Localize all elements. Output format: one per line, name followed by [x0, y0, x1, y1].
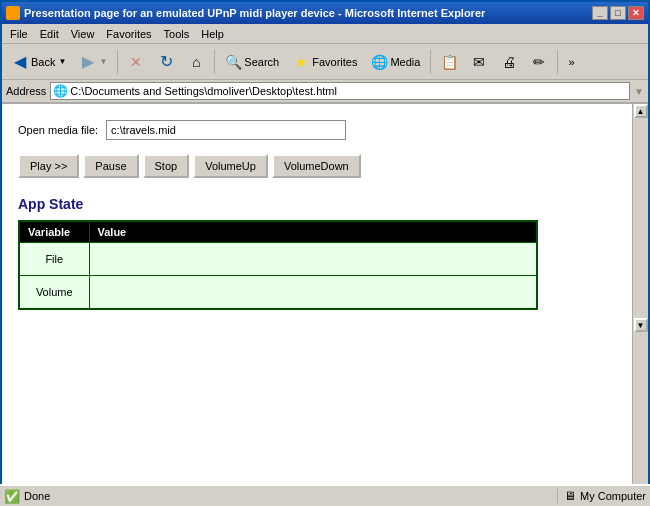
search-button[interactable]: 🔍 Search — [219, 48, 285, 76]
ie-icon — [6, 6, 20, 20]
zone-icon: 🖥 — [564, 489, 576, 503]
status-text: Done — [24, 490, 553, 502]
table-row: File — [19, 243, 537, 276]
status-bar: ✅ Done 🖥 My Computer — [0, 484, 650, 506]
toolbar-separator-4 — [557, 50, 558, 74]
volumeup-button[interactable]: VolumeUp — [193, 154, 268, 178]
menu-view[interactable]: View — [65, 26, 101, 42]
history-button[interactable]: 📋 — [435, 48, 463, 76]
minimize-button[interactable]: _ — [592, 6, 608, 20]
print-icon: 🖨 — [501, 54, 517, 70]
forward-icon: ▶ — [80, 54, 96, 70]
scroll-up-button[interactable]: ▲ — [634, 104, 648, 118]
volume-variable-cell: Volume — [19, 276, 89, 310]
mail-button[interactable]: ✉ — [465, 48, 493, 76]
menu-help[interactable]: Help — [195, 26, 230, 42]
address-ie-icon: 🌐 — [53, 84, 68, 98]
print-button[interactable]: 🖨 — [495, 48, 523, 76]
more-button[interactable]: » — [562, 48, 580, 76]
toolbar-separator-2 — [214, 50, 215, 74]
address-go-icon: ▼ — [634, 86, 644, 97]
col-header-variable: Variable — [19, 221, 89, 243]
pause-button[interactable]: Pause — [83, 154, 138, 178]
search-label: Search — [244, 56, 279, 68]
open-file-label: Open media file: — [18, 124, 98, 136]
favorites-icon: ★ — [293, 54, 309, 70]
open-file-row: Open media file: — [18, 120, 632, 140]
table-row: Volume — [19, 276, 537, 310]
play-button[interactable]: Play >> — [18, 154, 79, 178]
edit-button[interactable]: ✏ — [525, 48, 553, 76]
toolbar: ◀ Back ▼ ▶ ▼ ✕ ↻ ⌂ 🔍 Search ★ Favorites … — [2, 44, 648, 80]
search-icon: 🔍 — [225, 54, 241, 70]
refresh-button[interactable]: ↻ — [152, 48, 180, 76]
favorites-button[interactable]: ★ Favorites — [287, 48, 363, 76]
back-label: Back — [31, 56, 55, 68]
favorites-label: Favorites — [312, 56, 357, 68]
col-header-value: Value — [89, 221, 537, 243]
menu-file[interactable]: File — [4, 26, 34, 42]
media-label: Media — [390, 56, 420, 68]
window-controls: _ □ ✕ — [592, 6, 644, 20]
back-icon: ◀ — [12, 54, 28, 70]
status-zone: 🖥 My Computer — [557, 489, 646, 503]
file-variable-cell: File — [19, 243, 89, 276]
title-bar: Presentation page for an emulated UPnP m… — [2, 2, 648, 24]
state-table: Variable Value File Volume — [18, 220, 538, 310]
address-label: Address — [6, 85, 46, 97]
mail-icon: ✉ — [471, 54, 487, 70]
more-icon: » — [568, 56, 574, 68]
history-icon: 📋 — [441, 54, 457, 70]
forward-dropdown-icon: ▼ — [99, 57, 107, 66]
back-dropdown-icon: ▼ — [58, 57, 66, 66]
stop-nav-button[interactable]: ✕ — [122, 48, 150, 76]
scrollbar[interactable]: ▲ ▼ — [632, 104, 648, 486]
menu-tools[interactable]: Tools — [158, 26, 196, 42]
file-value-cell — [89, 243, 537, 276]
edit-icon: ✏ — [531, 54, 547, 70]
address-bar: Address 🌐 ▼ — [2, 80, 648, 104]
media-button[interactable]: 🌐 Media — [365, 48, 426, 76]
stop-nav-icon: ✕ — [128, 54, 144, 70]
window-title: Presentation page for an emulated UPnP m… — [24, 7, 588, 19]
volumedown-button[interactable]: VolumeDown — [272, 154, 361, 178]
volume-value-cell — [89, 276, 537, 310]
refresh-icon: ↻ — [158, 54, 174, 70]
zone-text: My Computer — [580, 490, 646, 502]
address-input[interactable] — [70, 85, 627, 97]
close-button[interactable]: ✕ — [628, 6, 644, 20]
toolbar-separator-1 — [117, 50, 118, 74]
address-input-wrap: 🌐 — [50, 82, 630, 100]
content-area: ▲ ▼ Open media file: Play >> Pause Stop … — [2, 104, 648, 486]
media-icon: 🌐 — [371, 54, 387, 70]
toolbar-separator-3 — [430, 50, 431, 74]
scroll-down-button[interactable]: ▼ — [634, 318, 648, 332]
forward-button[interactable]: ▶ ▼ — [74, 48, 113, 76]
maximize-button[interactable]: □ — [610, 6, 626, 20]
menu-edit[interactable]: Edit — [34, 26, 65, 42]
back-button[interactable]: ◀ Back ▼ — [6, 48, 72, 76]
home-icon: ⌂ — [188, 54, 204, 70]
menu-favorites[interactable]: Favorites — [100, 26, 157, 42]
menu-bar: File Edit View Favorites Tools Help — [2, 24, 648, 44]
home-button[interactable]: ⌂ — [182, 48, 210, 76]
open-file-input[interactable] — [106, 120, 346, 140]
status-icon: ✅ — [4, 488, 20, 504]
controls-row: Play >> Pause Stop VolumeUp VolumeDown — [18, 154, 632, 178]
app-state-title: App State — [18, 196, 632, 212]
stop-button[interactable]: Stop — [143, 154, 190, 178]
